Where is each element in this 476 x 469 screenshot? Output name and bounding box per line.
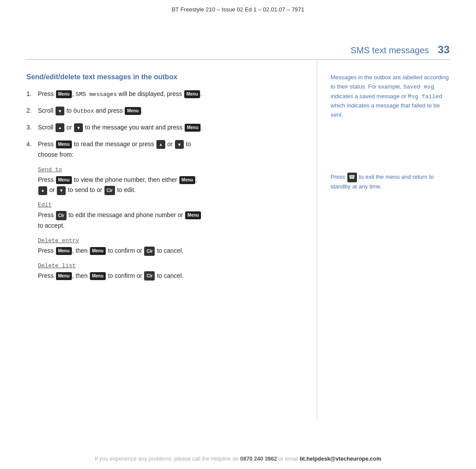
note-1: Messages in the outbox are labelled acco… — [331, 73, 450, 120]
footer-text2: or email — [279, 456, 298, 462]
main-heading: Send/edit/delete text messages in the ou… — [26, 73, 299, 81]
sub-section-edit: Edit Press Clr to edit the message and p… — [38, 202, 299, 231]
header-title: BT Freestyle 210 – Issue 02 Ed 1 – 02.01… — [171, 6, 304, 13]
arrow-up-send: ▲ — [38, 186, 47, 195]
step-2-num: 2. — [26, 106, 38, 115]
note-failed-msg: Msg failed — [408, 93, 443, 100]
arrow-up-icon-3: ▲ — [56, 123, 64, 132]
btn-clr-del-entry: Clr — [144, 247, 155, 256]
sub-text-send-to: Press Menu to view the phone number, the… — [38, 175, 299, 196]
btn-menu-1a: Menu — [56, 90, 72, 98]
step-3-text: Scroll ▲ or ▼ to the message you want an… — [38, 122, 299, 133]
sub-heading-edit: Edit — [38, 202, 299, 208]
right-column: Messages in the outbox are labelled acco… — [317, 60, 450, 421]
page-footer: If you experience any problems, please c… — [0, 447, 476, 469]
arrow-up-icon-4: ▲ — [156, 140, 165, 149]
btn-menu-del-entry-2: Menu — [90, 247, 106, 255]
btn-menu-edit: Menu — [185, 211, 201, 219]
sub-heading-send-to: Send to — [38, 166, 299, 173]
btn-menu-del-list-1: Menu — [56, 272, 72, 280]
footer-text: If you experience any problems, please c… — [95, 456, 239, 462]
sub-text-edit: Press Clr to edit the message and phone … — [38, 210, 299, 231]
btn-menu-1b: Menu — [184, 90, 200, 98]
btn-clr-send: Clr — [104, 186, 115, 195]
btn-menu-send2: Menu — [179, 176, 195, 184]
note-saved-msg: Saved msg — [403, 84, 434, 90]
sub-section-send-to: Send to Press Menu to view the phone num… — [38, 166, 299, 196]
btn-phone-icon: ☎ — [347, 173, 357, 182]
sub-text-delete-list: Press Menu, then Menu to confirm or Clr … — [38, 271, 299, 281]
step-4: 4. Press Menu to read the message or pre… — [26, 139, 299, 160]
left-column: Send/edit/delete text messages in the ou… — [26, 60, 317, 421]
step-3-num: 3. — [26, 122, 38, 132]
btn-menu-del-list-2: Menu — [90, 272, 106, 280]
steps-list: 1. Press Menu, SMS messages will be disp… — [26, 89, 299, 160]
step-3: 3. Scroll ▲ or ▼ to the message you want… — [26, 122, 299, 133]
step-4-num: 4. — [26, 139, 38, 149]
sub-section-delete-list: Delete list Press Menu, then Menu to con… — [38, 262, 299, 281]
scroll-down-icon-2: ▼ — [56, 107, 64, 115]
footer-phone: 0870 240 3962 — [240, 456, 277, 462]
note-2: Press ☎ to exit the menu and return to s… — [331, 173, 450, 192]
step-1-num: 1. — [26, 89, 38, 99]
page-header: BT Freestyle 210 – Issue 02 Ed 1 – 02.01… — [0, 0, 476, 17]
sub-sections: Send to Press Menu to view the phone num… — [38, 166, 299, 281]
scroll-down-icon-3: ▼ — [74, 123, 83, 132]
step-2: 2. Scroll ▼ to Outbox and press Menu. — [26, 106, 299, 116]
section-heading-bar: SMS text messages 33 — [0, 17, 476, 59]
btn-clr-edit: Clr — [56, 211, 67, 220]
footer-email: bt.helpdesk@vtecheurope.com — [300, 456, 381, 462]
step-4-text: Press Menu to read the message or press … — [38, 139, 299, 160]
sub-heading-delete-entry: Delete entry — [38, 237, 299, 244]
btn-clr-del-list: Clr — [144, 271, 155, 281]
main-content: Send/edit/delete text messages in the ou… — [0, 60, 476, 421]
btn-menu-4: Menu — [56, 140, 72, 148]
sub-text-delete-entry: Press Menu, then Menu to confirm or Clr … — [38, 246, 299, 256]
step-2-text: Scroll ▼ to Outbox and press Menu. — [38, 106, 299, 116]
step-1-text: Press Menu, SMS messages will be display… — [38, 89, 299, 100]
step-1: 1. Press Menu, SMS messages will be disp… — [26, 89, 299, 100]
btn-menu-3: Menu — [185, 124, 201, 132]
section-title: SMS text messages — [350, 45, 429, 55]
btn-menu-send: Menu — [56, 176, 72, 184]
scroll-down-send: ▼ — [57, 186, 66, 195]
scroll-down-icon-4: ▼ — [175, 140, 184, 149]
btn-menu-del-entry-1: Menu — [56, 247, 72, 255]
sub-heading-delete-list: Delete list — [38, 262, 299, 269]
sub-section-delete-entry: Delete entry Press Menu, then Menu to co… — [38, 237, 299, 256]
page-number: 33 — [438, 44, 450, 56]
btn-menu-2: Menu — [125, 107, 141, 115]
